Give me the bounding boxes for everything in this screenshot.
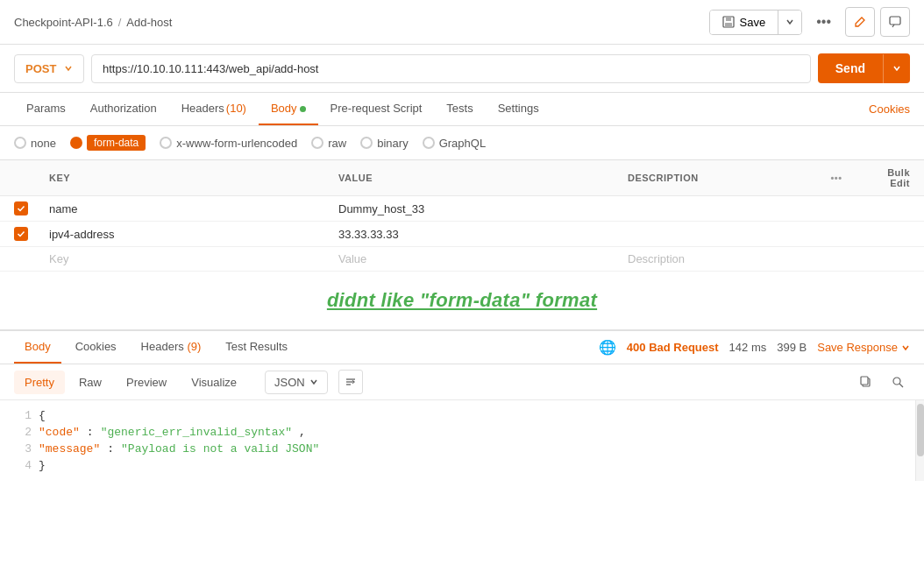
empty-desc-cell[interactable]: Description xyxy=(617,247,819,272)
th-value: VALUE xyxy=(328,160,617,196)
th-bulk-edit[interactable]: Bulk Edit xyxy=(854,160,924,196)
format-preview[interactable]: Preview xyxy=(116,371,177,394)
send-dropdown-button[interactable] xyxy=(883,54,910,83)
radio-raw-label: raw xyxy=(328,137,346,150)
radio-graphql-label: GraphQL xyxy=(439,137,486,150)
radio-urlencoded[interactable]: x-www-form-urlencoded xyxy=(160,137,297,150)
tab-authorization[interactable]: Authorization xyxy=(78,93,169,125)
response-tab-headers[interactable]: Headers (9) xyxy=(131,331,212,364)
save-button-group: Save xyxy=(709,10,803,35)
response-tab-body[interactable]: Body xyxy=(14,331,61,364)
json-open-brace: { xyxy=(39,409,46,422)
format-raw[interactable]: Raw xyxy=(68,371,112,394)
json-line-1: 1 { xyxy=(0,407,915,424)
tab-params[interactable]: Params xyxy=(14,93,78,125)
row2-key-cell[interactable]: ipv4-address xyxy=(39,222,328,247)
language-chevron-icon xyxy=(309,378,318,386)
tab-pre-request[interactable]: Pre-request Script xyxy=(318,93,435,125)
response-tab-test-results[interactable]: Test Results xyxy=(215,331,298,364)
save-response-chevron-icon xyxy=(901,343,910,352)
svg-line-10 xyxy=(899,384,903,387)
wrap-icon xyxy=(345,376,357,388)
radio-none-circle xyxy=(14,137,26,149)
radio-form-data-circle xyxy=(70,137,82,149)
table-row: ipv4-address 33.33.33.33 xyxy=(0,222,924,247)
row1-checkbox[interactable] xyxy=(14,201,28,215)
row1-checkbox-cell xyxy=(0,196,39,222)
tab-headers[interactable]: Headers(10) xyxy=(169,93,259,125)
empty-value-cell[interactable]: Value xyxy=(328,247,617,272)
empty-bulk-cell xyxy=(854,247,924,272)
cookies-link[interactable]: Cookies xyxy=(869,102,910,116)
radio-none[interactable]: none xyxy=(14,137,56,150)
empty-key-cell[interactable]: Key xyxy=(39,247,328,272)
search-response-button[interactable] xyxy=(885,370,910,394)
response-tab-cookies[interactable]: Cookies xyxy=(65,331,127,364)
line-number: 4 xyxy=(14,459,32,472)
send-button[interactable]: Send xyxy=(818,53,883,83)
radio-graphql[interactable]: GraphQL xyxy=(423,137,486,150)
radio-form-data[interactable]: form-data xyxy=(70,135,146,151)
radio-binary-circle xyxy=(360,137,373,149)
radio-form-data-label: form-data xyxy=(87,135,146,151)
json-colon-2: : xyxy=(107,442,114,456)
copy-icon xyxy=(860,376,872,388)
wrap-button[interactable] xyxy=(338,370,363,394)
body-active-dot xyxy=(300,106,306,112)
table-row-empty: Key Value Description xyxy=(0,247,924,272)
form-data-section: KEY VALUE DESCRIPTION ••• Bulk Edit xyxy=(0,160,924,329)
row1-value-cell[interactable]: Dummy_host_33 xyxy=(328,196,617,222)
radio-raw[interactable]: raw xyxy=(311,137,346,150)
save-icon xyxy=(722,16,735,28)
json-close-brace: } xyxy=(39,459,46,472)
save-button[interactable]: Save xyxy=(710,11,778,34)
row2-desc-cell[interactable] xyxy=(617,222,819,247)
tab-tests[interactable]: Tests xyxy=(434,93,485,125)
more-options-button[interactable]: ••• xyxy=(807,9,840,35)
tab-settings[interactable]: Settings xyxy=(486,93,551,125)
radio-binary[interactable]: binary xyxy=(360,137,408,150)
empty-value-placeholder: Value xyxy=(338,252,366,265)
json-key-code: "code" xyxy=(39,426,80,439)
top-bar: Checkpoint-API-1.6 / Add-host Save ••• xyxy=(0,0,924,45)
line-number: 2 xyxy=(14,426,32,439)
empty-key-placeholder: Key xyxy=(49,252,68,265)
scrollbar-thumb xyxy=(917,404,924,456)
row2-checkbox[interactable] xyxy=(14,227,28,241)
send-button-group: Send xyxy=(818,53,910,83)
body-type-selector: none form-data x-www-form-urlencoded raw… xyxy=(0,126,924,160)
empty-actions-cell xyxy=(819,247,854,272)
format-visualize[interactable]: Visualize xyxy=(181,371,247,394)
row1-bulk-cell xyxy=(854,196,924,222)
edit-icon-button[interactable] xyxy=(845,7,875,37)
radio-urlencoded-label: x-www-form-urlencoded xyxy=(176,137,297,150)
save-response-button[interactable]: Save Response xyxy=(817,341,910,354)
chevron-down-icon xyxy=(785,18,794,26)
tab-body[interactable]: Body xyxy=(259,93,318,125)
svg-point-9 xyxy=(893,378,900,385)
annotation-text: didnt like "form-data" format xyxy=(327,289,597,312)
row2-value-cell[interactable]: 33.33.33.33 xyxy=(328,222,617,247)
scrollbar[interactable] xyxy=(915,400,924,481)
request-name: Add-host xyxy=(126,16,172,29)
json-val-code: "generic_err_invalid_syntax" xyxy=(101,426,292,439)
language-select[interactable]: JSON xyxy=(265,371,328,394)
method-select[interactable]: POST xyxy=(14,54,84,83)
form-table: KEY VALUE DESCRIPTION ••• Bulk Edit xyxy=(0,160,924,272)
response-size: 399 B xyxy=(777,341,807,354)
row1-desc-cell[interactable] xyxy=(617,196,819,222)
comment-icon-button[interactable] xyxy=(880,7,910,37)
save-dropdown-button[interactable] xyxy=(778,11,801,34)
project-name: Checkpoint-API-1.6 xyxy=(14,16,113,29)
row1-key-cell[interactable]: name xyxy=(39,196,328,222)
th-actions: ••• xyxy=(819,160,854,196)
request-tabs: Params Authorization Headers(10) Body Pr… xyxy=(0,93,924,126)
svg-rect-1 xyxy=(726,17,731,21)
row1-value: Dummy_host_33 xyxy=(338,202,424,215)
url-input[interactable] xyxy=(91,54,811,83)
copy-response-button[interactable] xyxy=(854,370,878,394)
th-checkbox xyxy=(0,160,39,196)
format-pretty[interactable]: Pretty xyxy=(14,371,65,394)
radio-none-label: none xyxy=(31,137,56,150)
response-body-area: 1 { 2 "code" : "generic_err_invalid_synt… xyxy=(0,400,924,481)
